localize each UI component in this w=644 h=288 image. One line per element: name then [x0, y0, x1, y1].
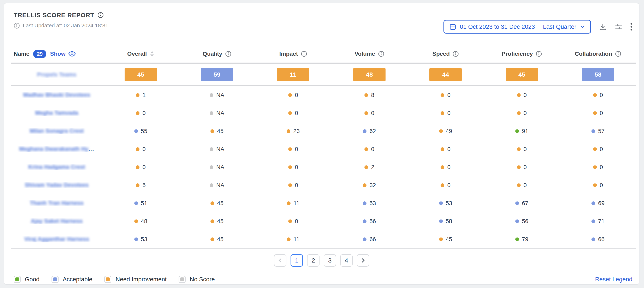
legend-item-need-improvement[interactable]: Need Improvement	[104, 276, 166, 283]
pagination-prev-button[interactable]	[274, 254, 286, 267]
more-options-button[interactable]	[630, 23, 632, 31]
member-name-link[interactable]: Viraj Agganthar Harness	[24, 236, 89, 242]
legend-checkbox[interactable]	[52, 276, 58, 283]
score-level-dot	[592, 219, 595, 223]
team-name-link[interactable]: Propels Teams	[37, 72, 76, 78]
score-cell: 0	[255, 164, 331, 170]
score-level-dot	[210, 183, 213, 187]
score-cell: 66	[331, 236, 408, 243]
score-value: 0	[447, 92, 450, 98]
score-cell: 58	[408, 218, 484, 225]
score-value: 53	[141, 236, 147, 243]
show-button[interactable]: Show	[50, 51, 76, 57]
sort-icon[interactable]	[150, 51, 154, 57]
score-value: 66	[370, 236, 376, 243]
score-value: 0	[600, 164, 603, 170]
score-value: 0	[524, 110, 527, 116]
member-name-link[interactable]: Meghana Dwarakanath Hy	[19, 146, 88, 152]
member-name-link[interactable]: Milan Sonagra Crest	[30, 128, 84, 134]
member-name-link[interactable]: Krina Hadgama Crest	[28, 164, 85, 170]
score-cell: 0	[484, 182, 560, 189]
widget-settings-button[interactable]	[614, 23, 622, 31]
score-value: 91	[522, 128, 528, 134]
score-cell: 0	[255, 182, 331, 189]
score-cell: 0	[103, 146, 179, 152]
column-label: Collaboration	[575, 51, 612, 57]
legend-item-no-score[interactable]: No Score	[178, 276, 215, 283]
date-range-button[interactable]: 01 Oct 2023 to 31 Dec 2023 Last Quarter	[444, 20, 591, 34]
score-badge: 11	[277, 68, 310, 81]
score-cell: 0	[408, 164, 484, 170]
member-name-link[interactable]: Madhav Bhaski Devotees	[23, 92, 90, 98]
table-body: Madhav Bhaski Devotees1NA08000Megha Tamv…	[11, 86, 636, 248]
score-level-dot	[364, 93, 368, 97]
table-row: Thanh Tran Harness51451153536769	[11, 194, 636, 212]
table-row: Milan Sonagra Crest55452362499157	[11, 122, 636, 140]
member-name-link[interactable]: Ajay Saket Harness	[31, 218, 83, 224]
score-level-dot	[592, 201, 595, 205]
info-icon[interactable]	[301, 51, 307, 57]
score-level-dot	[287, 237, 290, 241]
member-name-link[interactable]: Thanh Tran Harness	[30, 200, 84, 206]
score-level-dot	[515, 129, 519, 133]
date-range-text: 01 Oct 2023 to 31 Dec 2023	[460, 24, 535, 30]
legend-checkbox[interactable]	[104, 276, 111, 283]
truncation-ellipsis: ...	[88, 146, 94, 152]
download-button[interactable]	[599, 23, 607, 31]
pagination-page-2[interactable]: 2	[307, 254, 320, 267]
last-updated-info-icon[interactable]	[14, 23, 20, 29]
legend-item-good[interactable]: Good	[14, 276, 40, 283]
score-level-dot	[439, 219, 443, 223]
pagination-next-button[interactable]	[357, 254, 369, 267]
legend-item-acceptable[interactable]: Acceptable	[52, 276, 92, 283]
score-cell: 0	[408, 110, 484, 116]
pagination-page-1[interactable]: 1	[290, 254, 303, 267]
reset-legend-link[interactable]: Reset Legend	[595, 276, 632, 283]
score-level-dot	[136, 111, 140, 115]
header-actions: 01 Oct 2023 to 31 Dec 2023 Last Quarter	[444, 20, 632, 34]
score-value: 0	[295, 182, 298, 189]
score-value: 48	[141, 218, 147, 225]
score-value: NA	[216, 146, 224, 152]
legend-label: Acceptable	[63, 276, 92, 283]
table-row: Shivam Yadav Devotees5NA032000	[11, 176, 636, 194]
score-cell: 45	[179, 200, 255, 207]
info-icon[interactable]	[615, 51, 621, 57]
score-level-dot	[363, 129, 366, 133]
chevron-right-icon	[361, 258, 365, 263]
score-cell: 58	[560, 68, 636, 81]
score-value: 8	[371, 92, 374, 98]
score-value: 11	[294, 236, 300, 243]
score-cell: 0	[560, 182, 636, 189]
score-value: 53	[446, 200, 452, 207]
info-icon[interactable]	[536, 51, 542, 57]
member-name-link[interactable]: Shivam Yadav Devotees	[25, 182, 89, 188]
name-count-badge[interactable]: 29	[33, 50, 46, 58]
score-cell: 59	[179, 68, 255, 81]
info-icon[interactable]	[225, 51, 231, 57]
pagination-page-3[interactable]: 3	[324, 254, 336, 267]
score-cell: 8	[331, 92, 408, 98]
legend-label: Need Improvement	[116, 276, 166, 283]
score-cell: 62	[331, 128, 408, 134]
legend-checkbox[interactable]	[178, 276, 186, 283]
score-level-dot	[134, 201, 138, 205]
member-name-link[interactable]: Megha Tamvada	[35, 110, 78, 116]
score-cell: 0	[484, 92, 560, 98]
score-cell: 11	[255, 68, 331, 81]
score-value: 0	[447, 182, 450, 189]
score-value: NA	[216, 182, 224, 189]
score-cell: 11	[255, 236, 331, 243]
score-level-dot	[288, 111, 292, 115]
score-legend: GoodAcceptableNeed ImprovementNo Score	[14, 276, 215, 283]
legend-label: No Score	[190, 276, 215, 283]
title-info-icon[interactable]	[98, 12, 104, 18]
legend-checkbox[interactable]	[14, 276, 21, 283]
score-level-dot	[363, 183, 366, 187]
score-level-dot	[288, 93, 292, 97]
info-icon[interactable]	[452, 51, 459, 57]
score-value: 0	[600, 146, 603, 152]
score-cell: 45	[408, 236, 484, 243]
info-icon[interactable]	[378, 51, 384, 57]
pagination-page-4[interactable]: 4	[340, 254, 353, 267]
